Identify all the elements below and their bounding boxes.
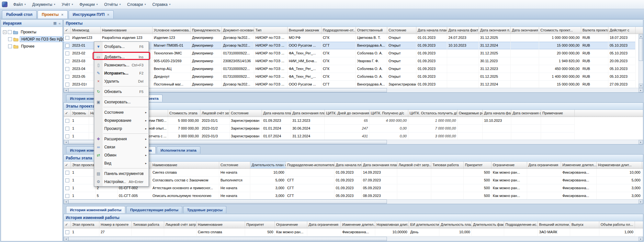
checkbox[interactable] [65,119,69,123]
column-header[interactable]: Номер в проекте [99,221,132,228]
column-header[interactable]: Этап проекта [71,162,96,168]
app-logo-icon[interactable] [2,2,7,7]
table-row[interactable]: 2023-04Вектор-АЦДемопример017310000922..… [64,65,636,73]
context-menu-item[interactable]: ×УдалитьDel [94,77,149,85]
menubar-item-6[interactable]: Справка▾ [149,1,174,8]
column-header[interactable]: Длительность план ▼ [250,162,286,168]
menubar-item-4[interactable]: Отчёты▾ [101,1,124,8]
column-header[interactable]: Принадлежность [191,27,222,34]
column-header[interactable]: Дата окончания план [291,110,325,117]
column-header[interactable]: Подразделение-исполнитель. [286,162,334,168]
subtab-subtabs3-0[interactable]: История изменений работы [66,206,125,213]
horizontal-scrollbar[interactable]: ◂▸ [64,140,643,144]
column-header[interactable]: Ожидаемые резул... [458,110,483,117]
checkbox[interactable] [65,127,69,131]
column-header[interactable]: Дата окончания план [362,162,397,168]
menubar-item-5[interactable]: Словари▾ [124,1,149,8]
subtab-subtabs2-2[interactable]: Исполнители этапа [157,146,200,154]
table-row[interactable]: 1201-СГТ-002Аттестация основного и приме… [64,184,642,192]
scroll-up-icon[interactable]: ▴ [639,34,643,38]
column-header[interactable]: Документ-основани... [222,27,254,34]
column-header[interactable]: Внешний заказчик [288,27,322,34]
checkbox[interactable] [8,30,12,34]
scrollbar-thumb[interactable] [639,38,643,61]
column-header[interactable]: Тип [254,27,288,34]
column-header[interactable]: Лицевой счёт затрат. [200,110,230,117]
column-header[interactable]: Типовая работа [431,162,464,168]
table-row[interactable]: 2023-01Магнит ПМ085-01ДемопримерДоговор … [64,42,636,50]
column-header[interactable]: Состояние [387,27,416,34]
menubar-item-2[interactable]: Учёт▾ [58,1,76,8]
scroll-down-icon[interactable]: ▾ [639,84,643,88]
horizontal-scrollbar[interactable]: ◂▸ [64,199,643,204]
tab-2[interactable]: Инструкции ПУП× [69,10,114,18]
context-menu-item[interactable]: ⇄Обмен▸ [94,151,149,159]
context-menu-item[interactable]: ∞Связи▸ [94,143,149,151]
column-header[interactable]: ЕИ длительности [409,221,439,228]
checkbox[interactable] [65,59,69,63]
collapse-panel-icon[interactable]: « [59,21,61,25]
table-row[interactable]: 1Синтез сплаваНе начата10,00001.09.20231… [64,169,642,177]
table-view-icon[interactable]: ▦ [53,21,56,25]
column-header[interactable]: Подразделение-от... [322,27,356,34]
scrollbar-track[interactable] [387,88,638,92]
context-menu-item[interactable]: ⚙Настройки...Alt+Enter [94,178,149,186]
column-header[interactable]: Приоритет [245,221,275,228]
column-header[interactable]: Нормативная длит... [375,221,409,228]
checkbox[interactable] [65,83,69,86]
scrollbar-track[interactable] [387,200,638,204]
column-header[interactable]: Состояние [230,110,262,117]
table-row[interactable]: 2023-01тПостоянный маг...ДемопримерДогов… [64,81,636,88]
column-header[interactable]: Валюта проекта [581,27,608,34]
checkbox[interactable] [65,171,69,175]
column-header[interactable]: Дата окончания п... [479,27,511,34]
expander-icon[interactable]: − [3,30,6,34]
column-header[interactable]: Дата окончания ф... [511,27,539,34]
column-header[interactable]: Дата окончания ф... [511,110,541,117]
scroll-left-icon[interactable]: ◂ [64,88,68,92]
column-header[interactable]: Ограничение [275,221,307,228]
context-menu-item[interactable]: ❖Расширения▸ [94,135,149,143]
scroll-right-icon[interactable]: ▸ [638,237,643,241]
table-row[interactable]: 2023-05ДредноутДемопример017310000922...… [64,73,636,81]
column-header[interactable]: ЦИТК. Получено д/с [369,110,408,117]
scrollbar-track[interactable] [639,61,643,84]
scroll-left-icon[interactable]: ◂ [64,200,68,204]
column-header[interactable]: Уровень [71,110,89,117]
table-row[interactable]: 127Синтез сплава500Как можно ран...Фикси… [64,228,635,236]
close-icon[interactable]: × [107,13,109,17]
table-row[interactable]: 1501-СГТ-005Описать используемую техноло… [64,192,642,199]
tree-item[interactable]: −Проекты [2,29,62,36]
column-header[interactable]: Стоимость этапа [168,110,200,117]
column-header[interactable]: Изменение длител... [561,162,597,168]
column-header[interactable]: ЦИТК. Дней до окончания [325,110,369,117]
column-header[interactable]: ЦИТК. Осталось получить д/с [408,110,458,117]
column-header[interactable]: Ограничение [491,162,527,168]
menubar-item-0[interactable]: Файл▾ [10,1,29,8]
menubar-item-3[interactable]: Функции▾ [76,1,101,8]
column-header[interactable]: ✓ [64,221,71,228]
scroll-right-icon[interactable]: ▸ [638,88,643,92]
scroll-left-icon[interactable]: ◂ [64,237,68,241]
scroll-right-icon[interactable]: ▸ [638,140,643,144]
scrollbar-track[interactable] [387,140,638,144]
column-header[interactable]: Объём работы пл... [599,221,635,228]
scroll-right-icon[interactable]: ▸ [638,200,643,204]
table-row[interactable]: Изделие123Разработка изделия 123Изделие-… [64,34,636,42]
column-header[interactable]: Примечание [541,110,575,117]
context-menu-item[interactable]: ▤Панель инструментов [94,169,149,178]
context-menu-item[interactable]: Состояние▸ [94,108,149,116]
column-header[interactable]: Наименование [197,221,245,228]
column-header[interactable]: Выпуск [570,221,599,228]
column-header[interactable]: Наименование [101,27,153,34]
column-header[interactable]: Условное наименова... [153,27,191,34]
checkbox[interactable] [65,75,69,79]
column-header[interactable]: Приоритет [464,162,491,168]
checkbox[interactable] [65,134,69,138]
context-menu-item[interactable]: ▯Размножить...Ctrl+F3 [94,61,149,69]
scrollbar-track[interactable] [387,237,638,241]
column-header[interactable]: Стоимость проект... [539,27,581,34]
close-icon[interactable]: × [61,13,63,17]
column-header[interactable]: Мнемокод [71,27,101,34]
checkbox[interactable] [65,186,69,190]
